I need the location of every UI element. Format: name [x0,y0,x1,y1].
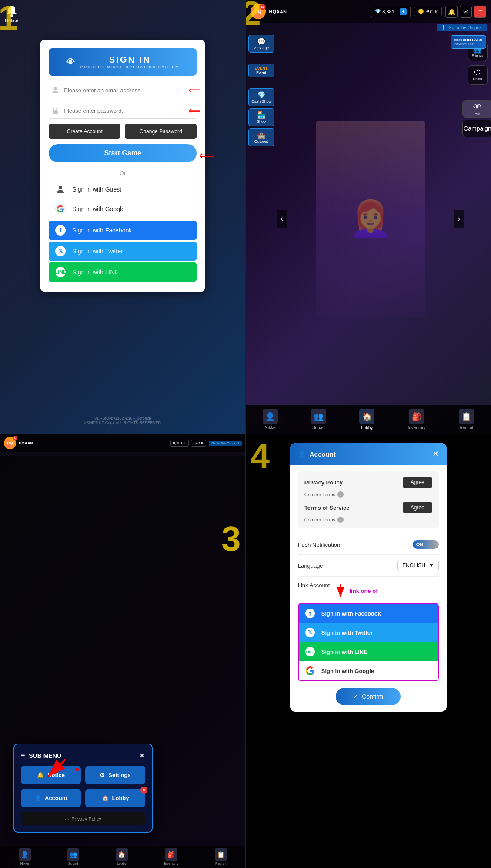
shop-label: Shop [257,119,266,124]
mini-game-header: HQ N HQAAN 8,381 + 390 K Go to the Outpo… [0,434,245,452]
account-title: Account [310,451,336,458]
mini-gems: 8,381 + [170,440,189,447]
mini-go-outpost[interactable]: Go to the Outpost [209,441,241,446]
mission-pass-badge: MISSION PASS SEASON 02 [451,35,486,49]
account-sub-label: Account [45,795,67,801]
nikke-nav-label: Nikke [265,425,276,430]
mini-nav-recruit[interactable]: 📋 Recruit [215,848,227,865]
gems-add-button[interactable]: + [400,8,407,15]
signin-subtitle: PROJECT NIKKE OPERATION SYSTEM [80,65,180,69]
mini-lobby-icon: 🏠 [116,848,128,861]
event-button[interactable]: EVENT Event [248,64,274,77]
mini-inventory-label: Inventory [164,861,178,865]
privacy-agree-button[interactable]: Agree [403,477,432,488]
email-row: ⟸ [49,82,197,98]
nav-recruit[interactable]: 📋 Recruit [459,409,474,430]
squad-nav-label: Squad [312,425,325,430]
signin-panel: 👁 SIGN IN PROJECT NIKKE OPERATION SYSTEM… [40,40,205,292]
sign-google-button[interactable]: Sign in with Google [49,199,197,219]
cell-account: 4 👤 Account ✕ Privacy Policy Agree C [246,434,491,868]
sign-twitter-button[interactable]: 𝕏 Sign in with Twitter [49,242,197,261]
mail-button[interactable]: ✉ [460,6,472,18]
social-link-buttons: f Sign in with Facebook 𝕏 Sign in with T… [298,603,439,681]
left-sidebar: 💬 Message EVENT Event 💎 Cash Shop 🏪 Shop [246,33,277,405]
link-google-button[interactable]: Sign in with Google [299,661,438,680]
privacy-confirm-label: Confirm Terms [304,492,335,497]
mini-nav-nikke[interactable]: 👤 Nikke [19,848,31,865]
email-input[interactable] [64,87,194,94]
account-sub-button[interactable]: 👤 Account [21,789,81,807]
push-notification-toggle[interactable]: ON [413,540,439,549]
settings-sub-icon: ⚙ [100,772,105,778]
mini-gold-value: 390 K [194,441,204,445]
nikke-nav-icon: 👤 [263,409,278,424]
game-header: HQ N HQAAN 💎 8,381 + + 🪙 390 K 🔔 ✉ ≡ [246,0,491,23]
line-icon: LINE [55,267,66,277]
lobby-sub-button[interactable]: 🏠 Lobby N [85,789,145,807]
union-button[interactable]: 🛡 Union [468,65,488,85]
sign-line-label: Sign in with LINE [72,269,119,276]
link-arrow-row: link one of [334,582,377,599]
gems-stat: 💎 8,381 + + [371,7,411,17]
nav-nikke[interactable]: 👤 Nikke [263,409,278,430]
account-close-button[interactable]: ✕ [432,449,439,459]
step-number-2: 2 [246,0,261,31]
sign-line-button[interactable]: LINE Sign in with LINE [49,262,197,282]
link-line-button[interactable]: LINE Sign in with LINE [299,642,438,661]
tos-row: Terms of Service Agree [304,502,432,513]
sub-menu-grid: 🔔 Notice ⚙ Settings 👤 Account 🏠 Lobby N [21,766,145,807]
mini-nav-lobby[interactable]: 🏠 Lobby [116,848,128,865]
mini-n-badge: N [13,436,17,440]
account-arrow-indicator [44,755,70,783]
link-facebook-button[interactable]: f Sign in with Facebook [299,604,438,623]
mini-nav-inventory[interactable]: 🎒 Inventory [164,848,178,865]
sign-google-label: Sign in with Google [72,205,125,212]
sign-guest-button[interactable]: Sign in with Guest [49,180,197,199]
language-dropdown[interactable]: ENGLISH ▼ [397,560,439,571]
shop-button[interactable]: 🏪 Shop [248,108,274,126]
tos-confirm-label: Confirm Terms [304,517,335,522]
inventory-nav-icon: 🎒 [409,409,424,424]
password-input[interactable] [64,108,194,114]
mini-nav-squad[interactable]: 👥 Squad [67,848,79,865]
nav-lobby[interactable]: 🏠 Lobby [359,409,374,430]
start-game-button[interactable]: Start Game [49,144,197,162]
language-value: ENGLISH [402,562,425,569]
lobby-sub-label: Lobby [112,795,129,801]
confirm-button[interactable]: ✓ Confirm [336,688,401,705]
email-arrow: ⟸ [188,85,201,95]
character-display: 👩‍🦰 [316,121,425,317]
twitter-icon: 𝕏 [55,246,66,256]
go-outpost-banner[interactable]: ❕ Go to the Outpost [437,24,487,31]
cash-shop-button[interactable]: 💎 Cash Shop [248,88,274,106]
nav-left-arrow[interactable]: ‹ [277,210,287,228]
ark-button[interactable]: 👁 Ark [462,100,491,118]
sign-facebook-label: Sign in with Facebook [72,227,132,234]
message-button[interactable]: 💬 Message [248,35,274,53]
outpost-button[interactable]: 🏰 Outpost [248,128,274,146]
outpost-banner-row: ❕ Go to the Outpost [246,23,491,33]
link-twitter-button[interactable]: 𝕏 Sign in with Twitter [299,623,438,642]
push-notification-row: Push Notification ON [298,535,439,554]
nav-squad[interactable]: 👥 Squad [311,409,326,430]
menu-button[interactable]: ≡ [474,6,486,18]
privacy-policy-bar[interactable]: ⚠ Privacy Policy [21,812,145,825]
sub-menu-close-button[interactable]: ✕ [139,751,145,760]
change-password-button[interactable]: Change Password [125,124,197,139]
tos-agree-button[interactable]: Agree [403,502,432,513]
google-icon [55,204,66,214]
nav-inventory[interactable]: 🎒 Inventory [407,409,425,430]
mission-pass-label: MISSION PASS [454,38,482,42]
lobby-nav-label: Lobby [361,425,373,430]
notifications-button[interactable]: 🔔 [445,6,458,18]
nav-right-arrow[interactable]: › [454,210,464,228]
create-account-button[interactable]: Create Account [49,124,120,139]
account-sub-icon: 👤 [34,795,41,801]
squad-nav-icon: 👥 [311,409,326,424]
mini-recruit-label: Recruit [215,861,226,865]
sign-facebook-button[interactable]: f Sign in with Facebook [49,221,197,240]
start-game-arrow: ⟸ [199,149,214,161]
link-line-icon: LINE [305,647,315,656]
settings-sub-button[interactable]: ⚙ Settings [85,766,145,784]
campaign-button[interactable]: Campaign [462,120,491,137]
